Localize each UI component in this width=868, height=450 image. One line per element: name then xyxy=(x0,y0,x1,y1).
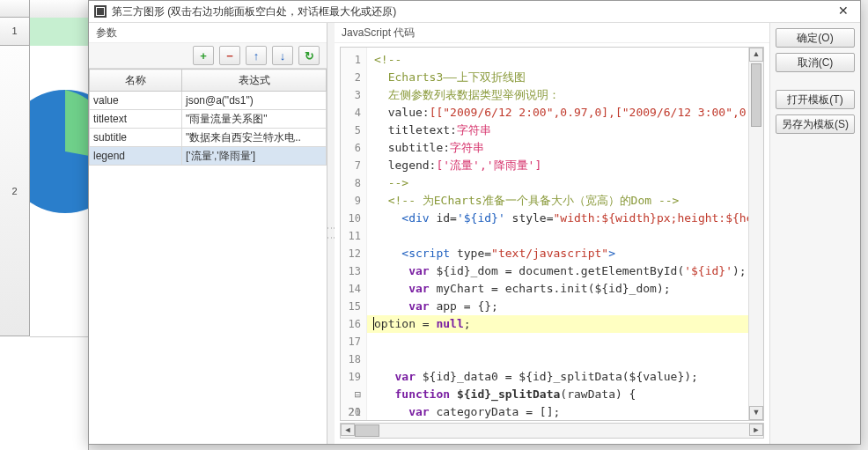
save-template-button[interactable]: 另存为模板(S) xyxy=(776,114,855,134)
add-button[interactable]: + xyxy=(193,46,214,65)
param-expr[interactable]: json@a("ds1") xyxy=(182,92,327,110)
ok-button[interactable]: 确定(O) xyxy=(776,28,855,48)
scroll-right-icon[interactable]: ► xyxy=(749,424,763,436)
table-row[interactable]: valuejson@a("ds1") xyxy=(90,92,327,110)
dialog-buttons: 确定(O) 取消(C) 打开模板(T) 另存为模板(S) xyxy=(769,23,860,444)
scroll-up-icon[interactable]: ▲ xyxy=(749,48,763,62)
chart-preview-icon xyxy=(30,81,88,257)
param-name[interactable]: value xyxy=(90,92,182,110)
param-expr[interactable]: "雨量流量关系图" xyxy=(182,110,327,129)
param-name[interactable]: legend xyxy=(90,147,182,166)
table-row[interactable]: subtitle"数据来自西安兰特水电.. xyxy=(90,129,327,147)
param-name[interactable]: subtitle xyxy=(90,129,182,147)
app-root: 1 2 第三方图形 (双击右边功能面板空白处，对话框最大化或还原) ✕ 参数 xyxy=(0,0,868,450)
scroll-thumb[interactable] xyxy=(751,63,761,127)
code-line[interactable]: legend:['流量','降雨量'] xyxy=(374,159,541,172)
move-down-button[interactable]: ↓ xyxy=(272,46,293,65)
hscroll-thumb[interactable] xyxy=(355,424,379,437)
code-panel-title: JavaScript 代码 xyxy=(335,23,769,43)
rowhdr-1[interactable]: 1 xyxy=(0,18,30,46)
param-table[interactable]: 名称 表达式 valuejson@a("ds1")titletext"雨量流量关… xyxy=(89,69,327,166)
rowhdr-2[interactable]: 2 xyxy=(0,46,30,336)
code-area[interactable]: <!-- Echarts3——上下双折线图 左侧参数列表数据类型举例说明： va… xyxy=(367,48,763,420)
param-col-name[interactable]: 名称 xyxy=(90,70,182,92)
dialog: 第三方图形 (双击右边功能面板空白处，对话框最大化或还原) ✕ 参数 + − ↑… xyxy=(88,0,861,445)
scroll-down-icon[interactable]: ▼ xyxy=(749,406,763,420)
code-line[interactable]: var myChart = echarts.init(${id}_dom); xyxy=(374,282,671,295)
code-line[interactable]: <script type="text/javascript"> xyxy=(374,247,615,260)
code-line[interactable]: 左侧参数列表数据类型举例说明： xyxy=(374,88,560,101)
code-line[interactable]: <!-- xyxy=(374,53,401,66)
code-panel: JavaScript 代码 12345678910111213141516171… xyxy=(335,23,769,444)
param-col-expr[interactable]: 表达式 xyxy=(182,70,327,92)
refresh-button[interactable]: ↻ xyxy=(298,46,320,65)
code-line[interactable]: --> xyxy=(374,176,408,189)
code-line[interactable]: value:[["2009/6/12 2:00",0.97,0],["2009/… xyxy=(374,106,763,119)
code-line[interactable]: Echarts3——上下双折线图 xyxy=(374,70,526,84)
code-line[interactable]: titletext:字符串 xyxy=(374,123,491,136)
param-name[interactable]: titletext xyxy=(90,110,182,129)
dialog-title: 第三方图形 (双击右边功能面板空白处，对话框最大化或还原) xyxy=(112,4,396,19)
code-line[interactable]: var categoryData = []; xyxy=(374,405,560,418)
rowhdr-corner xyxy=(0,0,30,18)
param-expr[interactable]: "数据来自西安兰特水电.. xyxy=(182,129,327,147)
move-up-button[interactable]: ↑ xyxy=(246,46,267,65)
open-template-button[interactable]: 打开模板(T) xyxy=(776,90,855,109)
code-line[interactable]: option = null; xyxy=(367,315,763,333)
param-expr[interactable]: ['流量','降雨量'] xyxy=(182,147,327,166)
code-editor[interactable]: 12345678910111213141516171819⊟ 2021 <!--… xyxy=(340,47,764,421)
cancel-button[interactable]: 取消(C) xyxy=(776,53,855,72)
scroll-left-icon[interactable]: ◄ xyxy=(341,424,355,436)
gutter: 12345678910111213141516171819⊟ 2021 xyxy=(341,48,367,420)
code-line[interactable]: var ${id}_dom = document.getElementById(… xyxy=(374,264,747,277)
cell-r1[interactable] xyxy=(30,18,88,47)
colhdr[interactable] xyxy=(30,0,88,18)
param-panel: 参数 + − ↑ ↓ ↻ 名称 表达式 xyxy=(89,23,327,444)
vertical-scrollbar[interactable]: ▲ ▼ xyxy=(748,48,763,420)
dialog-icon xyxy=(94,5,107,18)
code-line[interactable]: var app = {}; xyxy=(374,299,498,313)
code-line[interactable]: subtitle:字符串 xyxy=(374,141,484,154)
code-line[interactable]: <div id='${id}' style="width:${width}px;… xyxy=(374,211,763,225)
horizontal-scrollbar[interactable]: ◄ ► xyxy=(340,423,764,439)
delete-button[interactable]: − xyxy=(219,46,240,65)
cell-r2[interactable] xyxy=(30,46,88,337)
splitter[interactable]: ⋮⋮ xyxy=(327,23,335,444)
dialog-titlebar[interactable]: 第三方图形 (双击右边功能面板空白处，对话框最大化或还原) ✕ xyxy=(89,1,860,23)
param-panel-title: 参数 xyxy=(89,23,327,42)
code-line[interactable]: var ${id}_data0 = ${id}_splitData(${valu… xyxy=(374,370,698,383)
code-line[interactable]: <!-- 为ECharts准备一个具备大小（宽高）的Dom --> xyxy=(374,194,679,207)
param-toolbar: + − ↑ ↓ ↻ xyxy=(89,42,327,69)
spreadsheet: 1 2 xyxy=(0,0,89,450)
code-line[interactable]: function ${id}_splitData(rawData) { xyxy=(374,387,636,401)
close-icon[interactable]: ✕ xyxy=(832,4,855,19)
table-row[interactable]: titletext"雨量流量关系图" xyxy=(90,110,327,129)
dialog-body: 参数 + − ↑ ↓ ↻ 名称 表达式 xyxy=(89,23,860,444)
table-row[interactable]: legend['流量','降雨量'] xyxy=(90,147,327,166)
